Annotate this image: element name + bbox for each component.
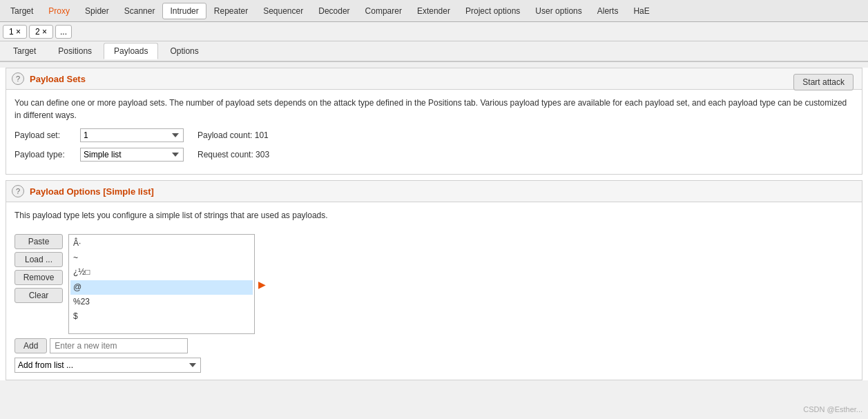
tab-1[interactable]: 1 × (3, 25, 27, 39)
list-item[interactable]: ~ (70, 251, 253, 265)
payload-set-row: Payload set: 1 Payload count: 101 (15, 128, 853, 142)
secondary-tab-bar: Target Positions Payloads Options (0, 41, 868, 62)
list-item[interactable]: $ (70, 309, 253, 324)
start-attack-button[interactable]: Start attack (793, 74, 853, 90)
add-item-input[interactable] (50, 338, 188, 353)
arrow-indicator: ▶ (258, 279, 266, 290)
menu-target[interactable]: Target (3, 3, 41, 19)
tab-target[interactable]: Target (3, 43, 46, 59)
menu-proxy[interactable]: Proxy (41, 3, 77, 19)
payload-action-buttons: Paste Load ... Remove Clear (15, 234, 63, 334)
list-item[interactable]: ¿½□ (70, 265, 253, 280)
tab-options[interactable]: Options (160, 43, 209, 59)
payload-list[interactable]: Â· ~ ¿½□ @ %23 $ (68, 234, 255, 334)
menu-intruder[interactable]: Intruder (162, 3, 206, 19)
menu-spider[interactable]: Spider (77, 3, 117, 19)
list-item[interactable]: %23 (70, 295, 253, 309)
menu-extender[interactable]: Extender (409, 3, 458, 19)
payload-set-select[interactable]: 1 (80, 128, 184, 142)
payload-list-container: Â· ~ ¿½□ @ %23 $ ▶ (68, 234, 255, 334)
payload-options-section: ? Payload Options [Simple list] This pay… (6, 180, 862, 380)
payload-options-desc: This payload type lets you configure a s… (15, 209, 853, 222)
top-menu-bar: Target Proxy Spider Scanner Intruder Rep… (0, 0, 868, 22)
payload-sets-title: Payload Sets (30, 74, 86, 84)
menu-alerts[interactable]: Alerts (590, 3, 626, 19)
payload-type-select[interactable]: Simple list (80, 148, 184, 162)
remove-button[interactable]: Remove (15, 270, 63, 285)
add-from-list-select[interactable]: Add from list ... (15, 358, 201, 373)
add-from-list-row: Add from list ... (15, 358, 853, 373)
add-button[interactable]: Add (15, 338, 47, 353)
payload-options-help-icon[interactable]: ? (12, 185, 24, 197)
payload-sets-section: ? Payload Sets Start attack You can defi… (6, 68, 862, 175)
tab-2[interactable]: 2 × (29, 25, 53, 39)
payload-sets-header: ? Payload Sets Start attack (6, 68, 862, 90)
request-count-label: Request count: 303 (197, 150, 269, 159)
payload-options-layout: Paste Load ... Remove Clear Â· ~ ¿½□ @ %… (15, 228, 853, 334)
payload-type-row: Payload type: Simple list Request count:… (15, 148, 853, 162)
tab-more[interactable]: ... (55, 25, 72, 39)
tab-numbers-bar: 1 × 2 × ... (0, 22, 868, 41)
menu-sequencer[interactable]: Sequencer (255, 3, 311, 19)
list-item[interactable]: @ (70, 280, 253, 295)
payload-sets-desc: You can define one or more payload sets.… (15, 97, 853, 121)
load-button[interactable]: Load ... (15, 252, 63, 267)
menu-comparer[interactable]: Comparer (358, 3, 409, 19)
menu-decoder[interactable]: Decoder (311, 3, 357, 19)
paste-button[interactable]: Paste (15, 234, 63, 249)
menu-user-options[interactable]: User options (528, 3, 589, 19)
menu-project-options[interactable]: Project options (458, 3, 528, 19)
tab-positions[interactable]: Positions (48, 43, 102, 59)
menu-repeater[interactable]: Repeater (206, 3, 255, 19)
menu-hae[interactable]: HaE (626, 3, 657, 19)
menu-scanner[interactable]: Scanner (117, 3, 163, 19)
payload-options-title: Payload Options [Simple list] (30, 186, 154, 197)
add-item-row: Add (15, 338, 853, 353)
payload-sets-help-icon[interactable]: ? (12, 72, 24, 85)
payload-set-label: Payload set: (15, 130, 80, 140)
payload-options-body: This payload type lets you configure a s… (6, 202, 862, 380)
main-content: ? Payload Sets Start attack You can defi… (0, 68, 868, 380)
list-item[interactable]: Â· (70, 236, 253, 251)
payload-type-label: Payload type: (15, 150, 80, 159)
payload-options-header: ? Payload Options [Simple list] (6, 181, 862, 202)
clear-button[interactable]: Clear (15, 288, 63, 303)
tab-payloads[interactable]: Payloads (104, 43, 158, 59)
payload-count-label: Payload count: 101 (197, 130, 269, 140)
payload-sets-body: You can define one or more payload sets.… (6, 90, 862, 174)
